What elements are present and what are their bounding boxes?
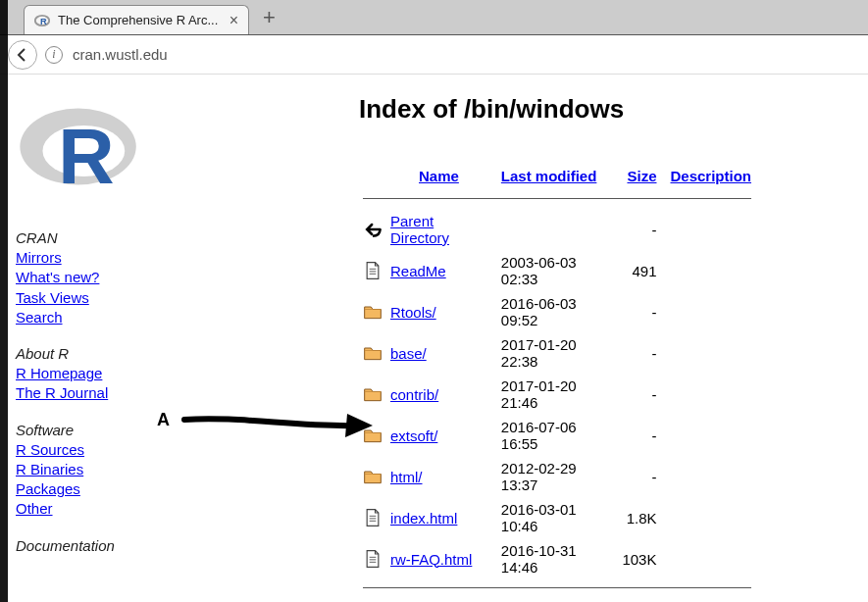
table-row: Parent Directory-: [359, 209, 761, 250]
table-row: extsoft/2016-07-06 16:55-: [359, 415, 761, 456]
folder-icon: [363, 302, 383, 322]
r-logo: R: [16, 94, 143, 202]
table-row: ReadMe2003-06-03 02:33491: [359, 250, 761, 291]
sidebar-link[interactable]: Task Views: [16, 288, 153, 308]
sidebar-link[interactable]: What's new?: [16, 268, 153, 287]
directory-listing: Name Last modified Size Description Pare…: [359, 164, 761, 598]
entry-link[interactable]: extsoft/: [390, 427, 437, 444]
col-description[interactable]: Description: [666, 164, 761, 190]
sidebar-link[interactable]: The R Journal: [16, 383, 153, 403]
svg-text:R: R: [58, 113, 114, 200]
entry-description: [666, 538, 761, 579]
file-icon: [363, 261, 383, 280]
entry-modified: 2016-06-03 09:52: [497, 291, 619, 332]
entry-link[interactable]: html/: [390, 469, 423, 485]
tab-strip: R The Comprehensive R Arc... × +: [0, 0, 868, 35]
table-row: rw-FAQ.html2016-10-31 14:46103K: [359, 538, 761, 579]
entry-size: -: [618, 291, 666, 332]
annotation-arrow: A: [157, 406, 373, 445]
col-name[interactable]: Name: [386, 164, 497, 190]
col-size[interactable]: Size: [618, 164, 666, 190]
folder-icon: [363, 384, 383, 404]
entry-modified: 2017-01-20 21:46: [497, 374, 619, 415]
entry-modified: 2016-10-31 14:46: [497, 538, 619, 579]
table-row: html/2012-02-29 13:37-: [359, 456, 761, 497]
col-modified[interactable]: Last modified: [497, 164, 619, 190]
page-title: Index of /bin/windows: [359, 94, 852, 125]
url-input[interactable]: [69, 42, 860, 67]
folder-icon: [363, 343, 383, 363]
entry-size: -: [618, 209, 666, 250]
entry-link[interactable]: index.html: [390, 510, 457, 527]
entry-description: [666, 209, 761, 250]
parent-directory-icon: [363, 220, 383, 239]
entry-link[interactable]: Rtools/: [390, 304, 436, 321]
browser-tab[interactable]: R The Comprehensive R Arc... ×: [24, 5, 249, 34]
page-content: R CRANMirrorsWhat's new?Task ViewsSearch…: [0, 75, 868, 602]
table-row: contrib/2017-01-20 21:46-: [359, 374, 761, 415]
sidebar-group: SoftwareR SourcesR BinariesPackagesOther: [16, 422, 153, 520]
entry-size: 103K: [618, 538, 666, 579]
table-row: Rtools/2016-06-03 09:52-: [359, 291, 761, 332]
back-button[interactable]: [8, 40, 37, 70]
entry-size: -: [618, 415, 666, 456]
new-tab-button[interactable]: +: [263, 5, 276, 30]
tab-favicon-r-icon: R: [34, 13, 50, 28]
entry-modified: 2016-07-06 16:55: [497, 415, 619, 456]
sidebar-group: Documentation: [16, 537, 153, 554]
address-bar: i: [0, 35, 868, 75]
sidebar-heading: About R: [16, 345, 153, 362]
svg-text:R: R: [40, 16, 47, 25]
entry-link[interactable]: Parent Directory: [390, 213, 449, 246]
file-icon: [363, 508, 383, 527]
entry-size: -: [618, 374, 666, 415]
sidebar-heading: CRAN: [16, 229, 153, 246]
entry-link[interactable]: ReadMe: [390, 263, 446, 279]
annotation-label: A: [157, 410, 170, 430]
table-row: base/2017-01-20 22:38-: [359, 332, 761, 374]
tab-title: The Comprehensive R Arc...: [58, 13, 220, 27]
sidebar-heading: Documentation: [16, 537, 153, 554]
entry-description: [666, 497, 761, 538]
entry-modified: 2017-01-20 22:38: [497, 332, 619, 374]
main-panel: Index of /bin/windows Name Last modified…: [359, 94, 852, 596]
entry-description: [666, 456, 761, 497]
entry-description: [666, 332, 761, 374]
sidebar-group: About RR HomepageThe R Journal: [16, 345, 153, 404]
entry-size: -: [618, 332, 666, 374]
folder-icon: [363, 426, 383, 445]
sidebar-link[interactable]: R Binaries: [16, 460, 153, 479]
sidebar-link[interactable]: Packages: [16, 479, 153, 499]
sidebar: R CRANMirrorsWhat's new?Task ViewsSearch…: [16, 94, 153, 596]
sidebar-link[interactable]: Mirrors: [16, 248, 153, 268]
entry-link[interactable]: rw-FAQ.html: [390, 551, 472, 568]
site-info-icon[interactable]: i: [45, 46, 63, 64]
entry-link[interactable]: contrib/: [390, 386, 438, 403]
entry-description: [666, 250, 761, 291]
entry-description: [666, 415, 761, 456]
entry-link[interactable]: base/: [390, 345, 427, 362]
sidebar-group: CRANMirrorsWhat's new?Task ViewsSearch: [16, 229, 153, 327]
sidebar-link[interactable]: R Sources: [16, 440, 153, 460]
sidebar-link[interactable]: R Homepage: [16, 364, 153, 383]
entry-modified: 2016-03-01 10:46: [497, 497, 619, 538]
entry-size: 491: [618, 250, 666, 291]
folder-icon: [363, 467, 383, 486]
file-icon: [363, 549, 383, 569]
entry-modified: 2012-02-29 13:37: [497, 456, 619, 497]
sidebar-link[interactable]: Search: [16, 308, 153, 327]
entry-modified: 2003-06-03 02:33: [497, 250, 619, 291]
entry-size: -: [618, 456, 666, 497]
sidebar-link[interactable]: Other: [16, 499, 153, 519]
tab-close-icon[interactable]: ×: [230, 12, 238, 29]
entry-modified: [497, 209, 619, 250]
arrow-left-icon: [15, 47, 30, 63]
entry-description: [666, 374, 761, 415]
table-row: index.html2016-03-01 10:461.8K: [359, 497, 761, 538]
entry-size: 1.8K: [618, 497, 666, 538]
entry-description: [666, 291, 761, 332]
sidebar-heading: Software: [16, 422, 153, 438]
